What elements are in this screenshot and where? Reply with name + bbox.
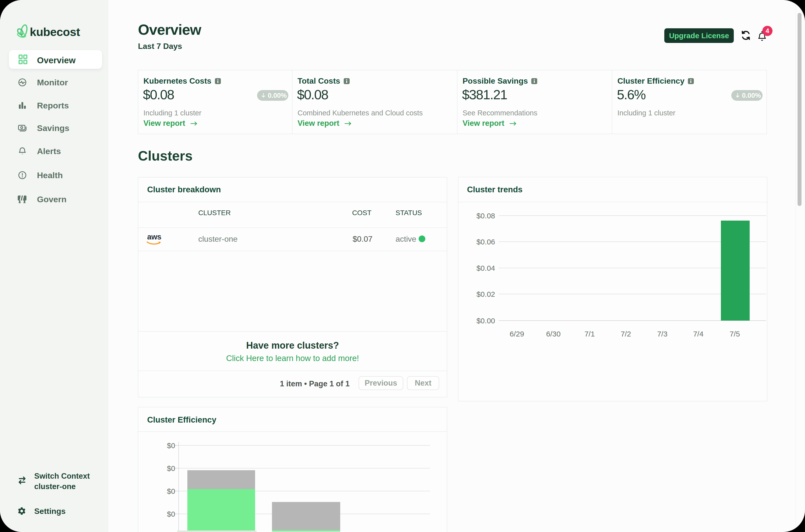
svg-text:$0.00: $0.00 <box>476 317 495 325</box>
svg-text:$0: $0 <box>167 510 175 518</box>
svg-text:7/4: 7/4 <box>693 330 704 338</box>
svg-text:7/5: 7/5 <box>730 330 740 338</box>
svg-text:$0: $0 <box>167 464 175 472</box>
svg-text:7/3: 7/3 <box>657 330 668 338</box>
svg-text:6/29: 6/29 <box>510 330 524 338</box>
svg-text:$0.04: $0.04 <box>476 264 495 272</box>
svg-text:$0.08: $0.08 <box>476 212 495 220</box>
svg-text:6/30: 6/30 <box>546 330 560 338</box>
svg-text:$0: $0 <box>167 487 175 495</box>
svg-text:$0: $0 <box>167 441 175 450</box>
svg-text:$0.06: $0.06 <box>476 238 495 246</box>
svg-text:7/2: 7/2 <box>620 330 631 338</box>
svg-text:7/1: 7/1 <box>584 330 595 338</box>
svg-text:$0.02: $0.02 <box>476 290 495 298</box>
